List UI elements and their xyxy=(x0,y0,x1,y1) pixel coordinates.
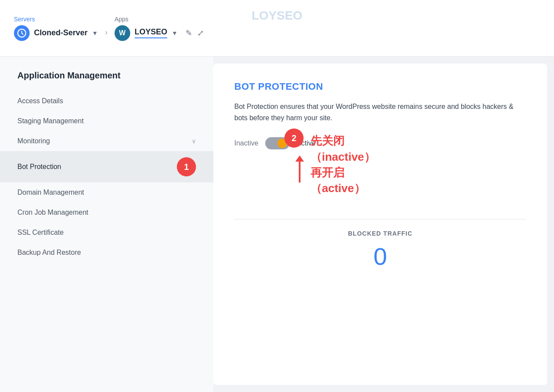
app-chevron-down-icon: ▼ xyxy=(172,30,178,37)
chevron-down-icon: ∨ xyxy=(192,138,196,145)
app-actions: ✎ ⤢ xyxy=(186,28,204,38)
content-panel: BOT PROTECTION Bot Protection ensures th… xyxy=(213,64,547,385)
sidebar-item-access-details[interactable]: Access Details xyxy=(0,91,213,111)
arrow-annotation xyxy=(287,162,311,182)
content-description: Bot Protection ensures that your WordPre… xyxy=(234,101,526,123)
chevron-down-icon: ▼ xyxy=(92,30,98,37)
sidebar-item-backup-restore[interactable]: Backup And Restore xyxy=(0,243,213,263)
breadcrumb-arrow: › xyxy=(105,19,108,37)
arrow-head xyxy=(295,155,304,162)
header-server-section: Servers Cloned-Server ▼ xyxy=(14,16,98,41)
blocked-traffic-section: BLOCKED TRAFFIC 0 xyxy=(234,230,526,270)
arrow-shaft xyxy=(299,162,301,182)
sidebar-item-label: Staging Management xyxy=(17,117,84,125)
sidebar: Application Management Access Details St… xyxy=(0,57,213,392)
header: LOYSEO Servers Cloned-Server ▼ › Apps W … xyxy=(0,0,554,57)
sidebar-item-monitoring[interactable]: Monitoring ∨ xyxy=(0,131,213,151)
sidebar-item-domain-management[interactable]: Domain Management xyxy=(0,182,213,203)
sidebar-item-bot-protection[interactable]: Bot Protection 1 xyxy=(0,151,213,182)
sidebar-item-label: Access Details xyxy=(17,97,63,105)
app-name: LOYSEO xyxy=(135,27,167,38)
server-icon xyxy=(14,25,30,41)
sidebar-item-label: Cron Job Management xyxy=(17,209,88,216)
badge2-wrapper: 2 先关闭（inactive）再开启（active） Inactive Acti… xyxy=(234,137,316,182)
blocked-traffic-value: 0 xyxy=(234,242,526,270)
blocked-traffic-label: BLOCKED TRAFFIC xyxy=(234,230,526,237)
sidebar-item-cron-job-management[interactable]: Cron Job Management xyxy=(0,203,213,223)
app-selector[interactable]: W LOYSEO ▼ ✎ ⤢ xyxy=(115,25,204,41)
server-name: Cloned-Server xyxy=(34,28,88,37)
watermark-text: LOYSEO xyxy=(252,9,303,23)
sidebar-item-staging-management[interactable]: Staging Management xyxy=(0,111,213,131)
sidebar-item-label: Bot Protection xyxy=(17,163,61,171)
sidebar-item-ssl-certificate[interactable]: SSL Certificate xyxy=(0,223,213,243)
content-title: BOT PROTECTION xyxy=(234,81,526,92)
sidebar-item-label: SSL Certificate xyxy=(17,229,64,237)
main-content: Application Management Access Details St… xyxy=(0,57,554,392)
step-badge-2: 2 xyxy=(284,128,304,148)
wordpress-icon: W xyxy=(115,25,130,41)
sidebar-item-label: Monitoring xyxy=(17,137,50,145)
sidebar-item-label: Backup And Restore xyxy=(17,249,81,257)
servers-label: Servers xyxy=(14,16,98,23)
server-selector[interactable]: Cloned-Server ▼ xyxy=(14,25,98,41)
external-link-icon[interactable]: ⤢ xyxy=(197,28,204,38)
header-app-section: Apps W LOYSEO ▼ ✎ ⤢ xyxy=(115,16,204,41)
sidebar-item-label: Domain Management xyxy=(17,189,84,196)
divider xyxy=(234,219,526,220)
apps-label: Apps xyxy=(115,16,204,23)
toggle-annotation-wrapper: 2 先关闭（inactive）再开启（active） Inactive Acti… xyxy=(234,137,526,209)
sidebar-heading: Application Management xyxy=(0,71,213,81)
chinese-annotation: 先关闭（inactive）再开启（active） xyxy=(311,133,375,196)
edit-icon[interactable]: ✎ xyxy=(186,28,192,38)
watermark: LOYSEO xyxy=(252,9,303,23)
inactive-label: Inactive xyxy=(234,139,258,147)
step-badge-1: 1 xyxy=(177,157,196,176)
